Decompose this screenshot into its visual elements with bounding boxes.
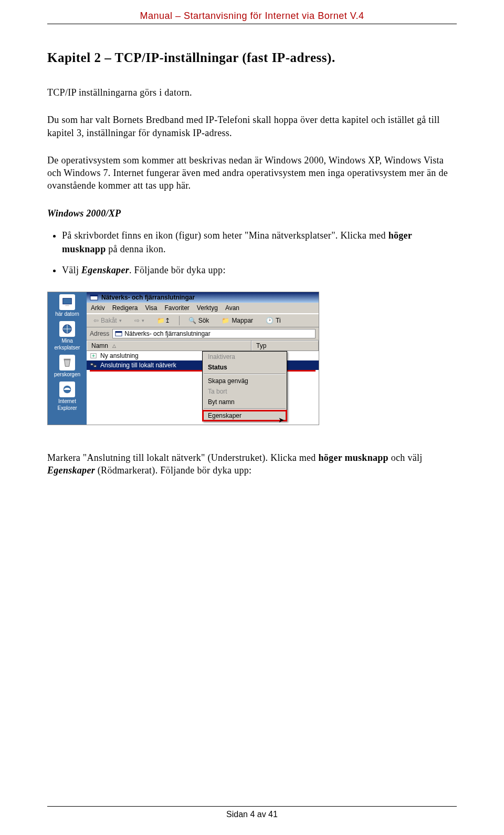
row2-label: Anslutning till lokalt nätverk	[100, 362, 176, 369]
address-icon	[115, 330, 122, 337]
history-button[interactable]: 🕑 Ti	[262, 316, 285, 325]
ctx-skapa-genvag[interactable]: Skapa genväg	[203, 376, 287, 386]
p4-bold1: höger musknapp	[318, 452, 388, 463]
p4-mid: och välj	[388, 452, 423, 463]
paragraph-after-shot: Markera "Anslutning till lokalt nätverk"…	[47, 451, 457, 477]
p4-post: (Rödmarkerat). Följande bör dyka upp:	[95, 465, 251, 476]
up-button[interactable]: 📁↥	[153, 316, 174, 325]
search-button[interactable]: 🔍 Sök	[185, 316, 213, 325]
ctx-separator-1	[204, 374, 286, 375]
back-label: Bakåt	[101, 317, 117, 324]
page-footer: Sidan 4 av 41	[0, 806, 504, 819]
toolbar: ⇦ Bakåt ▾ ⇨ ▾ 📁↥ 🔍 Sök	[87, 314, 319, 327]
recycle-bin-icon	[59, 355, 75, 370]
ctx-egenskaper-label: Egenskaper	[208, 412, 242, 419]
recycle-bin-label: perskorgen	[54, 372, 80, 377]
back-button[interactable]: ⇦ Bakåt ▾	[90, 316, 125, 325]
my-computer-icon-item[interactable]: här datorn	[55, 294, 79, 317]
folders-label: Mappar	[232, 317, 253, 324]
bullet-1-post: på denna ikon.	[106, 244, 165, 254]
svg-rect-0	[63, 298, 72, 304]
menu-visa[interactable]: Visa	[145, 304, 157, 312]
p4-bold2: Egenskaper	[47, 465, 95, 476]
bullet-2-bold: Egenskaper	[81, 265, 129, 275]
footer-rule	[47, 806, 457, 807]
menu-arkiv[interactable]: Arkiv	[91, 304, 105, 312]
menubar: Arkiv Redigera Visa Favoriter Verktyg Av…	[87, 303, 319, 314]
svg-rect-1	[65, 305, 69, 306]
menu-verktyg[interactable]: Verktyg	[197, 304, 218, 312]
window-titlebar[interactable]: Nätverks- och fjärranslutningar	[87, 292, 319, 303]
forward-button[interactable]: ⇨ ▾	[131, 316, 148, 325]
ie-label-1: Internet	[58, 398, 76, 404]
menu-favoriter[interactable]: Favoriter	[165, 304, 190, 312]
window-title: Nätverks- och fjärranslutningar	[101, 294, 195, 301]
back-arrow-icon: ⇦	[93, 317, 99, 324]
forward-arrow-icon: ⇨	[134, 317, 140, 324]
folders-icon: 📁	[222, 317, 229, 324]
new-connection-icon	[90, 352, 97, 359]
bullet-2-post: . Följande bör dyka upp:	[129, 265, 226, 275]
column-typ-label: Typ	[256, 342, 266, 349]
column-name-label: Namn	[91, 342, 108, 349]
network-places-icon-item[interactable]: Mina erksplatser	[55, 321, 80, 351]
my-computer-label: här datorn	[55, 311, 79, 317]
up-folder-icon: 📁↥	[157, 317, 170, 324]
svg-rect-6	[90, 295, 98, 296]
network-places-label-2: erksplatser	[55, 345, 80, 351]
recycle-bin-icon-item[interactable]: perskorgen	[54, 355, 80, 377]
page-header-title: Manual – Startanvisning för Internet via…	[47, 11, 457, 22]
network-places-icon	[59, 321, 75, 337]
ie-icon-item[interactable]: Internet Explorer	[57, 382, 77, 411]
ctx-inaktivera[interactable]: Inaktivera	[203, 352, 287, 362]
svg-rect-8	[116, 332, 122, 333]
ctx-status[interactable]: Status	[203, 362, 287, 373]
network-places-label-1: Mina	[61, 338, 73, 344]
ctx-egenskaper[interactable]: Egenskaper ➤	[203, 410, 287, 421]
list-header: Namn △ Typ	[87, 341, 319, 351]
ie-label-2: Explorer	[57, 405, 77, 411]
row1-label: Ny anslutning	[100, 352, 139, 359]
sort-indicator-icon: △	[112, 343, 116, 348]
ctx-byt-namn[interactable]: Byt namn	[203, 397, 287, 407]
subsection-title: Windows 2000/XP	[47, 208, 457, 219]
column-typ[interactable]: Typ	[251, 341, 319, 351]
folders-button[interactable]: 📁 Mappar	[218, 316, 257, 325]
search-label: Sök	[198, 317, 209, 324]
bullet-1: På skrivbordet finns en ikon (figur) som…	[62, 229, 457, 256]
menu-avancerat[interactable]: Avan	[225, 304, 239, 312]
window-icon	[90, 293, 98, 302]
toolbar-separator	[179, 316, 180, 325]
bullet-2: Välj Egenskaper. Följande bör dyka upp:	[62, 263, 457, 277]
back-dropdown-icon: ▾	[119, 318, 122, 323]
paragraph-os: De operativsystem som kommer att beskriv…	[47, 154, 457, 192]
bullet-2-pre: Välj	[62, 265, 81, 275]
header-rule	[47, 24, 457, 24]
paragraph-skip: Du som har valt Bornets Bredband med IP-…	[47, 114, 457, 139]
address-value: Nätverks- och fjärranslutningar	[124, 330, 210, 337]
ie-icon	[59, 382, 75, 397]
forward-dropdown-icon: ▾	[142, 318, 144, 323]
history-icon: 🕑	[266, 317, 274, 324]
my-computer-icon	[59, 294, 75, 310]
bullet-list: På skrivbordet finns en ikon (figur) som…	[62, 229, 457, 277]
ctx-separator-2	[204, 408, 286, 409]
address-bar: Adress Nätverks- och fjärranslutningar	[87, 327, 319, 341]
desktop-sidebar: här datorn Mina erksplatser perskorgen	[48, 292, 87, 425]
address-input[interactable]: Nätverks- och fjärranslutningar	[112, 329, 316, 338]
paragraph-intro: TCP/IP inställningarna görs i datorn.	[47, 86, 457, 99]
svg-rect-3	[64, 359, 71, 360]
ctx-ta-bort[interactable]: Ta bort	[203, 386, 287, 397]
cursor-icon: ➤	[278, 416, 285, 424]
chapter-title: Kapitel 2 – TCP/IP-inställningar (fast I…	[47, 50, 457, 65]
search-icon: 🔍	[188, 317, 196, 324]
embedded-screenshot: här datorn Mina erksplatser perskorgen	[47, 292, 319, 425]
svg-rect-10	[91, 364, 93, 366]
menu-redigera[interactable]: Redigera	[112, 304, 138, 312]
list-body: Ny anslutning Anslutning till lokalt nät…	[87, 351, 319, 425]
explorer-window: Nätverks- och fjärranslutningar Arkiv Re…	[87, 292, 319, 425]
column-name[interactable]: Namn △	[87, 341, 251, 351]
p4-pre: Markera "Anslutning till lokalt nätverk"…	[47, 452, 318, 463]
footer-page-number: Sidan 4 av 41	[0, 810, 504, 819]
context-menu: Inaktivera Status Skapa genväg Ta bort B…	[202, 351, 287, 421]
